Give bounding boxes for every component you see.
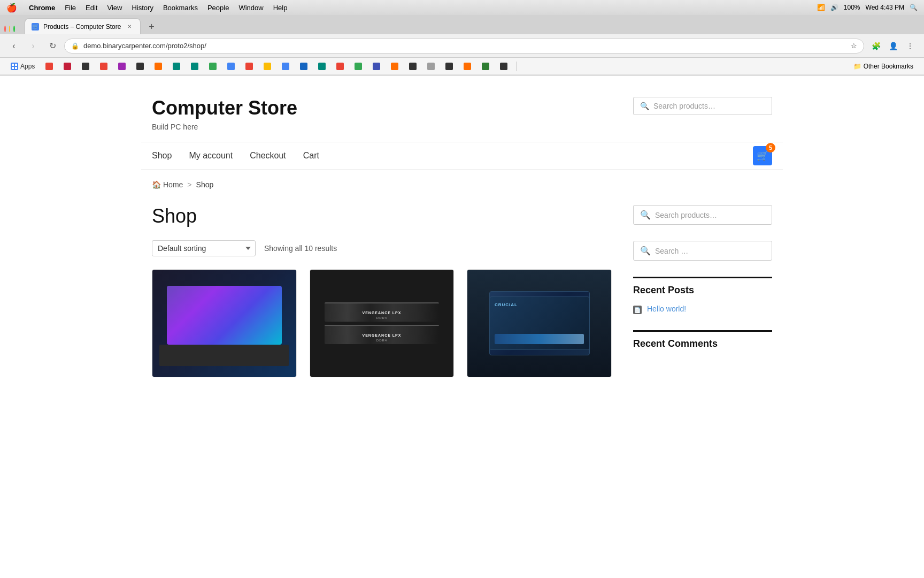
bookmark-19[interactable] [368, 62, 384, 71]
star-icon[interactable]: ☆ [851, 42, 857, 50]
breadcrumb-home-label[interactable]: Home [163, 180, 183, 189]
more-menu-button[interactable]: ⋮ [903, 39, 918, 54]
shop-controls: Default sorting Sort by popularity Sort … [152, 240, 612, 256]
bookmark-2[interactable] [59, 62, 75, 71]
address-bar[interactable]: 🔒 demo.binarycarpenter.com/proto2/shop/ … [64, 39, 864, 54]
bookmark-14[interactable] [278, 62, 294, 71]
recent-posts-section: Recent Posts 📄 Hello world! [633, 277, 772, 314]
product-image-laptop [152, 270, 296, 377]
sidebar: 🔍 🔍 Recent Posts 📄 Hello world! [633, 205, 772, 377]
bookmark-17[interactable] [332, 62, 348, 71]
ram-stick-1 [325, 302, 440, 322]
breadcrumb: 🏠 Home > Shop [141, 170, 783, 194]
nav-link-cart[interactable]: Cart [303, 151, 319, 161]
site-nav: Shop My account Checkout Cart 🛒 5 [141, 142, 783, 170]
home-icon: 🏠 [152, 180, 161, 189]
tab-bar: 🛒 Products – Computer Store ✕ + [0, 15, 924, 34]
secure-icon: 🔒 [71, 42, 79, 50]
nav-links: Shop My account Checkout Cart [152, 142, 319, 169]
browser-tab-active[interactable]: 🛒 Products – Computer Store ✕ [25, 18, 141, 34]
sidebar-top-search-input[interactable] [655, 211, 765, 219]
search-icon[interactable]: 🔍 [910, 4, 918, 11]
bookmark-8[interactable] [168, 62, 184, 71]
menu-file[interactable]: File [65, 4, 76, 12]
cart-icon-wrapper[interactable]: 🛒 5 [753, 146, 772, 165]
product-card-ssd[interactable]: CRUCIAL [467, 269, 612, 377]
breadcrumb-home[interactable]: 🏠 Home [152, 180, 183, 189]
post-icon: 📄 [633, 306, 642, 314]
menu-chrome[interactable]: Chrome [29, 4, 55, 12]
cart-badge: 5 [766, 143, 775, 153]
header-search-input[interactable] [653, 102, 765, 110]
profile-button[interactable]: 👤 [886, 39, 900, 54]
extensions-button[interactable]: 🧩 [868, 39, 883, 54]
bookmark-11[interactable] [223, 62, 239, 71]
apple-menu[interactable]: 🍎 [6, 3, 17, 13]
ssd-img: CRUCIAL [467, 270, 611, 377]
reload-button[interactable]: ↻ [45, 39, 60, 54]
bookmark-12[interactable] [241, 62, 257, 71]
recent-comments-section: Recent Comments [633, 330, 772, 349]
menu-edit[interactable]: Edit [86, 4, 97, 12]
header-search-icon: 🔍 [640, 102, 649, 110]
site-tagline: Build PC here [152, 123, 297, 131]
sidebar-top-search-box[interactable]: 🔍 [633, 205, 772, 225]
bookmark-4[interactable] [96, 62, 112, 71]
bookmark-3[interactable] [78, 62, 94, 71]
header-search-box[interactable]: 🔍 [633, 97, 772, 115]
bookmark-9[interactable] [187, 62, 203, 71]
bookmark-7[interactable] [150, 62, 166, 71]
bookmark-10[interactable] [205, 62, 221, 71]
bookmark-18[interactable] [350, 62, 366, 71]
battery-status: 100% [844, 4, 860, 11]
nav-link-myaccount[interactable]: My account [189, 151, 233, 161]
site-header: Computer Store Build PC here 🔍 [141, 75, 783, 142]
breadcrumb-current: Shop [196, 180, 214, 189]
clock: Wed 4:43 PM [866, 4, 904, 11]
bookmark-20[interactable] [387, 62, 403, 71]
other-bookmarks-button[interactable]: 📁 Other Bookmarks [849, 62, 918, 71]
svg-rect-3 [15, 67, 17, 69]
window-controls[interactable] [4, 24, 15, 34]
bookmark-13[interactable] [259, 62, 275, 71]
tab-close-button[interactable]: ✕ [125, 22, 134, 31]
menu-view[interactable]: View [107, 4, 122, 12]
menu-window[interactable]: Window [238, 4, 263, 12]
menu-history[interactable]: History [132, 4, 153, 12]
breadcrumb-separator: > [187, 180, 191, 189]
sidebar-bottom-search-box[interactable]: 🔍 [633, 241, 772, 261]
bookmark-26[interactable] [496, 62, 512, 71]
bookmark-6[interactable] [132, 62, 148, 71]
bookmark-22[interactable] [423, 62, 439, 71]
bookmark-15[interactable] [296, 62, 312, 71]
sidebar-bottom-search-input[interactable] [655, 247, 765, 255]
menu-people[interactable]: People [207, 4, 229, 12]
bookmark-24[interactable] [459, 62, 475, 71]
menu-bookmarks[interactable]: Bookmarks [163, 4, 198, 12]
menu-help[interactable]: Help [273, 4, 288, 12]
bookmark-5[interactable] [114, 62, 130, 71]
new-tab-button[interactable]: + [144, 19, 159, 34]
product-card-ram[interactable] [310, 269, 455, 377]
sidebar-search-icon-bottom: 🔍 [640, 246, 651, 256]
product-card-laptop[interactable] [152, 269, 297, 377]
bookmark-21[interactable] [405, 62, 421, 71]
forward-button[interactable]: › [26, 39, 41, 54]
nav-link-checkout[interactable]: Checkout [250, 151, 286, 161]
nav-link-shop[interactable]: Shop [152, 151, 172, 161]
back-button[interactable]: ‹ [6, 39, 21, 54]
bookmark-1[interactable] [41, 62, 57, 71]
bookmark-25[interactable] [478, 62, 494, 71]
site-title: Computer Store [152, 97, 297, 119]
bookmark-16[interactable] [314, 62, 330, 71]
recent-post-link[interactable]: Hello world! [647, 305, 686, 313]
bookmarks-divider [516, 62, 517, 71]
bookmark-23[interactable] [441, 62, 457, 71]
product-image-ssd: CRUCIAL [467, 270, 611, 377]
sort-select[interactable]: Default sorting Sort by popularity Sort … [152, 240, 256, 256]
bookmark-apps[interactable]: Apps [6, 62, 39, 71]
svg-rect-2 [12, 67, 14, 69]
product-image-ram [310, 270, 454, 377]
sidebar-bottom-search: 🔍 [633, 241, 772, 261]
bookmark-apps-label: Apps [20, 63, 35, 70]
